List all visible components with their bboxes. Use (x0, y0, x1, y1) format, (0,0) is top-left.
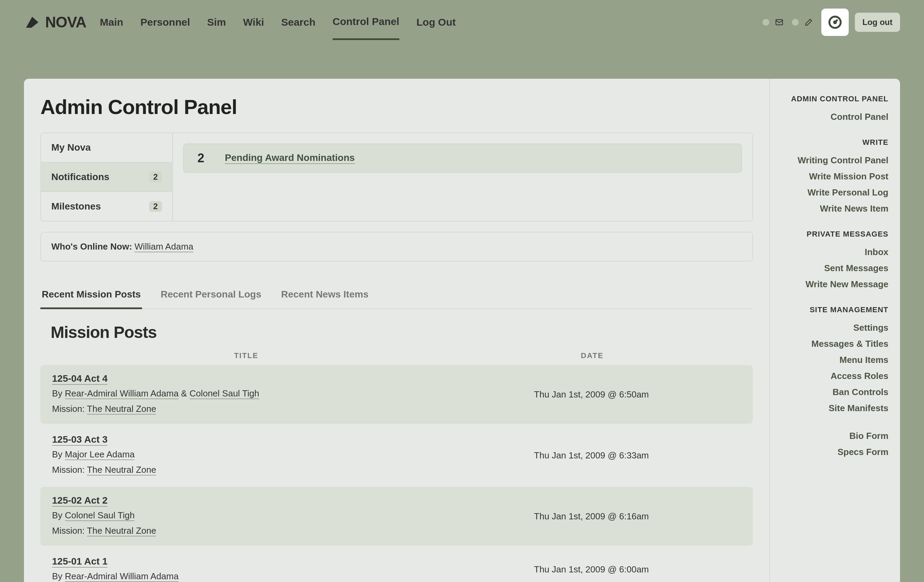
sidebar-writing-cp[interactable]: Writing Control Panel (782, 152, 888, 169)
tab-recent-news[interactable]: Recent News Items (280, 282, 370, 308)
inbox-count-pill (762, 19, 769, 26)
sidebar-bio-form[interactable]: Bio Form (782, 428, 888, 444)
tab-recent-posts[interactable]: Recent Mission Posts (40, 282, 142, 309)
tab-my-nova-label: My Nova (51, 142, 91, 153)
tab-recent-logs[interactable]: Recent Personal Logs (159, 282, 262, 308)
post-title-link[interactable]: 125-03 Act 3 (52, 434, 107, 446)
logo-icon (24, 14, 40, 30)
post-title-link[interactable]: 125-02 Act 2 (52, 495, 107, 507)
sidebar-sent[interactable]: Sent Messages (782, 260, 888, 276)
tab-milestones-label: Milestones (51, 201, 101, 212)
tab-notifications-label: Notifications (51, 172, 109, 182)
nav-sim[interactable]: Sim (207, 5, 226, 39)
milestones-badge: 2 (149, 201, 162, 212)
write-count-pill (792, 19, 799, 26)
mission-link[interactable]: The Neutral Zone (87, 465, 156, 476)
sidebar-inbox[interactable]: Inbox (782, 244, 888, 260)
logo-text: NOVA (45, 14, 86, 31)
sidebar-write-hdr: WRITE (782, 138, 888, 147)
sidebar-ban-controls[interactable]: Ban Controls (782, 384, 888, 400)
pending-awards-count: 2 (198, 151, 204, 165)
sidebar-new-msg[interactable]: Write New Message (782, 276, 888, 293)
online-card: Who's Online Now: William Adama (40, 232, 753, 261)
post-table: TITLE DATE 125-04 Act 4By Rear-Admiral W… (40, 351, 753, 582)
online-user-link[interactable]: William Adama (134, 241, 193, 252)
tab-milestones[interactable]: Milestones 2 (41, 192, 172, 221)
page-title: Admin Control Panel (40, 95, 753, 119)
post-date: Thu Jan 1st, 2009 @ 6:50am (441, 373, 741, 416)
sidebar-write-news[interactable]: Write News Item (782, 201, 888, 217)
sidebar-write-log[interactable]: Write Personal Log (782, 185, 888, 201)
pending-awards-row[interactable]: 2 Pending Award Nominations (183, 144, 742, 173)
author-link[interactable]: Colonel Saul Tigh (190, 388, 259, 399)
nav-search[interactable]: Search (281, 5, 315, 39)
author-link[interactable]: Rear-Admiral William Adama (65, 571, 179, 582)
sidebar-specs-form[interactable]: Specs Form (782, 444, 888, 460)
main-nav: Main Personnel Sim Wiki Search Control P… (100, 5, 456, 40)
post-title-link[interactable]: 125-04 Act 4 (52, 373, 107, 385)
author-link[interactable]: Major Lee Adama (65, 449, 135, 460)
dashboard-button[interactable] (821, 8, 849, 36)
dashboard-card: My Nova Notifications 2 Milestones 2 2 P… (40, 132, 753, 222)
sidebar-messages-titles[interactable]: Messages & Titles (782, 336, 888, 352)
logout-button[interactable]: Log out (855, 13, 900, 32)
post-date: Thu Jan 1st, 2009 @ 6:33am (441, 434, 741, 476)
sidebar-settings[interactable]: Settings (782, 320, 888, 336)
online-label: Who's Online Now: (51, 241, 134, 251)
logo[interactable]: NOVA (24, 14, 86, 31)
sidebar-access-roles[interactable]: Access Roles (782, 368, 888, 384)
sidebar-menu-items[interactable]: Menu Items (782, 352, 888, 368)
pending-awards-link[interactable]: Pending Award Nominations (225, 152, 355, 164)
sidebar: ADMIN CONTROL PANEL Control Panel WRITE … (770, 79, 900, 582)
nav-logout[interactable]: Log Out (416, 5, 456, 39)
mission-link[interactable]: The Neutral Zone (87, 526, 156, 536)
sidebar-site-manifests[interactable]: Site Manifests (782, 400, 888, 416)
col-date-hdr: DATE (442, 351, 742, 360)
sidebar-write-post[interactable]: Write Mission Post (782, 169, 888, 185)
nav-control-panel[interactable]: Control Panel (333, 5, 399, 40)
tab-my-nova[interactable]: My Nova (41, 133, 172, 163)
sidebar-site-hdr: SITE MANAGEMENT (782, 305, 888, 314)
mission-link[interactable]: The Neutral Zone (87, 403, 156, 415)
svg-point-2 (834, 21, 836, 23)
post-title-link[interactable]: 125-01 Act 1 (52, 556, 107, 568)
table-row: 125-02 Act 2By Colonel Saul TighMission:… (40, 487, 753, 546)
inbox-icon[interactable] (773, 16, 786, 29)
header: NOVA Main Personnel Sim Wiki Search Cont… (0, 0, 924, 45)
post-date: Thu Jan 1st, 2009 @ 6:16am (441, 495, 741, 537)
section-title: Mission Posts (51, 323, 753, 342)
sidebar-admin-hdr: ADMIN CONTROL PANEL (782, 94, 888, 103)
sidebar-control-panel[interactable]: Control Panel (782, 109, 888, 125)
write-icon[interactable] (802, 16, 815, 29)
content-tabs: Recent Mission Posts Recent Personal Log… (40, 282, 753, 309)
table-row: 125-04 Act 4By Rear-Admiral William Adam… (40, 365, 753, 424)
table-row: 125-03 Act 3By Major Lee AdamaMission: T… (40, 426, 753, 485)
sidebar-pm-hdr: PRIVATE MESSAGES (782, 230, 888, 239)
post-date: Thu Jan 1st, 2009 @ 6:00am (441, 556, 741, 582)
tab-notifications[interactable]: Notifications 2 (41, 163, 172, 192)
nav-personnel[interactable]: Personnel (140, 5, 190, 39)
nav-main[interactable]: Main (100, 5, 123, 39)
table-row: 125-01 Act 1By Rear-Admiral William Adam… (40, 548, 753, 582)
author-link[interactable]: Rear-Admiral William Adama (65, 388, 179, 399)
gauge-icon (827, 15, 843, 30)
col-title-hdr: TITLE (51, 351, 442, 360)
nav-wiki[interactable]: Wiki (243, 5, 264, 39)
author-link[interactable]: Colonel Saul Tigh (65, 510, 135, 521)
notifications-badge: 2 (149, 172, 162, 182)
